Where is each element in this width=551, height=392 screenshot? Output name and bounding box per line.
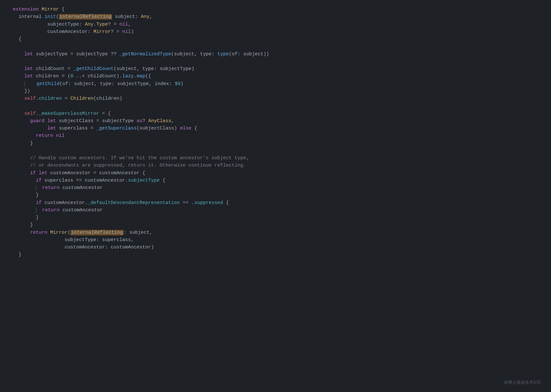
code-line: if superclass == customAncestor.subjectT… (13, 177, 538, 184)
code-line: return nil (13, 132, 538, 139)
code-line: customAncestor: Mirror? = nil) (13, 28, 538, 35)
code-line (13, 102, 538, 110)
code-line: let superclass = _getSuperclass(subjectC… (13, 125, 538, 132)
code-line: return customAncestor (13, 184, 538, 192)
code-line: // or descendants are suppressed, return… (13, 162, 538, 169)
code-block: extension Mirror { internal init(interna… (0, 6, 551, 259)
code-line: guard let subjectClass = subjectType as?… (13, 117, 538, 125)
code-line: // Handle custom ancestors. If we've hit… (13, 154, 538, 162)
code-line: return Mirror(internalReflecting: subjec… (13, 229, 538, 236)
code-line: let childCount = _getChildCount(subject,… (13, 65, 538, 73)
code-line: } (13, 140, 538, 147)
code-line: return customAncestor (13, 207, 538, 214)
watermark: @稀土掘金技术社区 (504, 379, 541, 386)
code-line (13, 43, 538, 50)
code-line: getChild(of: subject, type: subjectType,… (13, 80, 538, 88)
code-line: extension Mirror { (13, 6, 538, 13)
code-line: customAncestor: customAncestor) (13, 244, 538, 251)
code-line: let children = (0 ..< childCount).lazy.m… (13, 73, 538, 80)
code-line: }) (13, 88, 538, 95)
code-line: internal init(internalReflecting subject… (13, 13, 538, 20)
code-line: } (13, 221, 538, 229)
code-line: let subjectType = subjectType ?? _getNor… (13, 51, 538, 58)
code-line: } (13, 251, 538, 258)
code-line: subjectType: superclass, (13, 236, 538, 244)
code-container: extension Mirror { internal init(interna… (0, 0, 551, 392)
code-line: } (13, 192, 538, 199)
code-line: subjectType: Any.Type? = nil, (13, 21, 538, 28)
code-line (13, 58, 538, 65)
code-line (13, 147, 538, 154)
code-line: self.children = Children(children) (13, 95, 538, 102)
code-line: self._makeSuperclassMirror = { (13, 110, 538, 117)
code-line: { (13, 35, 538, 43)
code-line: } (13, 214, 538, 221)
code-line: if customAncestor._defaultDescendantRepr… (13, 199, 538, 207)
code-line: if let customAncestor = customAncestor { (13, 169, 538, 177)
